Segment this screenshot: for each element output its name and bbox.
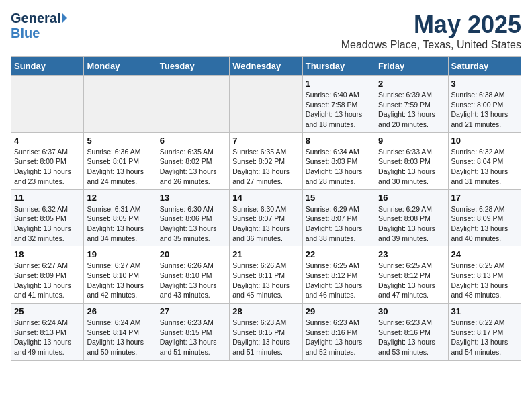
day-number: 15 (306, 193, 372, 203)
day-number: 17 (451, 193, 518, 203)
day-info: Sunrise: 6:29 AM Sunset: 8:07 PM Dayligh… (306, 204, 372, 244)
day-number: 13 (160, 193, 226, 203)
day-number: 18 (14, 249, 81, 259)
day-number: 22 (306, 249, 372, 259)
calendar-cell: 20Sunrise: 6:26 AM Sunset: 8:10 PM Dayli… (157, 246, 229, 304)
day-number: 1 (306, 79, 372, 89)
day-number: 6 (160, 136, 226, 146)
calendar-week-row: 4Sunrise: 6:37 AM Sunset: 8:00 PM Daylig… (11, 132, 521, 189)
calendar-cell: 12Sunrise: 6:31 AM Sunset: 8:05 PM Dayli… (84, 189, 157, 246)
logo-blue: Blue (11, 26, 40, 40)
day-info: Sunrise: 6:37 AM Sunset: 8:00 PM Dayligh… (14, 147, 81, 187)
location-subtitle: Meadows Place, Texas, United States (341, 39, 521, 51)
day-number: 21 (232, 249, 299, 259)
day-number: 31 (451, 306, 518, 316)
day-number: 2 (378, 79, 445, 89)
day-info: Sunrise: 6:32 AM Sunset: 8:04 PM Dayligh… (451, 147, 518, 187)
day-number: 7 (232, 136, 299, 146)
calendar-cell (84, 76, 157, 133)
day-number: 28 (232, 306, 299, 316)
calendar-cell: 18Sunrise: 6:27 AM Sunset: 8:09 PM Dayli… (11, 246, 84, 304)
day-info: Sunrise: 6:29 AM Sunset: 8:08 PM Dayligh… (378, 204, 445, 244)
calendar-cell: 10Sunrise: 6:32 AM Sunset: 8:04 PM Dayli… (448, 132, 521, 189)
day-header-thursday: Thursday (302, 57, 375, 76)
day-number: 30 (378, 306, 445, 316)
day-info: Sunrise: 6:28 AM Sunset: 8:09 PM Dayligh… (451, 204, 518, 244)
day-info: Sunrise: 6:26 AM Sunset: 8:11 PM Dayligh… (232, 261, 299, 300)
calendar-cell: 14Sunrise: 6:30 AM Sunset: 8:07 PM Dayli… (230, 189, 302, 246)
day-number: 3 (451, 79, 518, 89)
calendar-week-row: 11Sunrise: 6:32 AM Sunset: 8:05 PM Dayli… (11, 189, 521, 246)
day-number: 25 (14, 306, 81, 316)
calendar-cell: 6Sunrise: 6:35 AM Sunset: 8:02 PM Daylig… (157, 132, 229, 189)
day-info: Sunrise: 6:33 AM Sunset: 8:03 PM Dayligh… (378, 147, 445, 187)
day-number: 11 (14, 193, 81, 203)
day-info: Sunrise: 6:24 AM Sunset: 8:14 PM Dayligh… (87, 318, 153, 357)
day-header-monday: Monday (84, 57, 157, 76)
day-number: 24 (451, 249, 518, 259)
day-info: Sunrise: 6:23 AM Sunset: 8:15 PM Dayligh… (232, 318, 299, 357)
day-info: Sunrise: 6:25 AM Sunset: 8:12 PM Dayligh… (378, 261, 445, 300)
calendar-cell: 15Sunrise: 6:29 AM Sunset: 8:07 PM Dayli… (302, 189, 375, 246)
day-header-sunday: Sunday (11, 57, 84, 76)
day-info: Sunrise: 6:23 AM Sunset: 8:15 PM Dayligh… (160, 318, 226, 357)
day-info: Sunrise: 6:40 AM Sunset: 7:58 PM Dayligh… (306, 90, 372, 130)
calendar-body: 1Sunrise: 6:40 AM Sunset: 7:58 PM Daylig… (11, 76, 521, 361)
calendar-header-row: SundayMondayTuesdayWednesdayThursdayFrid… (11, 57, 521, 76)
day-number: 29 (306, 306, 372, 316)
calendar-cell: 11Sunrise: 6:32 AM Sunset: 8:05 PM Dayli… (11, 189, 84, 246)
calendar-cell: 24Sunrise: 6:25 AM Sunset: 8:13 PM Dayli… (448, 246, 521, 304)
day-number: 19 (87, 249, 153, 259)
title-area: May 2025 Meadows Place, Texas, United St… (341, 11, 521, 51)
day-info: Sunrise: 6:38 AM Sunset: 8:00 PM Dayligh… (451, 90, 518, 130)
day-info: Sunrise: 6:24 AM Sunset: 8:13 PM Dayligh… (14, 318, 81, 357)
day-info: Sunrise: 6:27 AM Sunset: 8:09 PM Dayligh… (14, 261, 81, 300)
day-info: Sunrise: 6:26 AM Sunset: 8:10 PM Dayligh… (160, 261, 226, 300)
day-number: 20 (160, 249, 226, 259)
logo-general: General (11, 11, 60, 26)
calendar-cell: 13Sunrise: 6:30 AM Sunset: 8:06 PM Dayli… (157, 189, 229, 246)
calendar-week-row: 25Sunrise: 6:24 AM Sunset: 8:13 PM Dayli… (11, 304, 521, 361)
day-info: Sunrise: 6:22 AM Sunset: 8:17 PM Dayligh… (451, 318, 518, 357)
day-info: Sunrise: 6:25 AM Sunset: 8:12 PM Dayligh… (306, 261, 372, 300)
day-number: 5 (87, 136, 153, 146)
day-header-tuesday: Tuesday (157, 57, 229, 76)
calendar-cell: 30Sunrise: 6:23 AM Sunset: 8:16 PM Dayli… (375, 304, 448, 361)
calendar-cell: 4Sunrise: 6:37 AM Sunset: 8:00 PM Daylig… (11, 132, 84, 189)
calendar-cell: 27Sunrise: 6:23 AM Sunset: 8:15 PM Dayli… (157, 304, 229, 361)
calendar-cell: 16Sunrise: 6:29 AM Sunset: 8:08 PM Dayli… (375, 189, 448, 246)
day-number: 9 (378, 136, 445, 146)
calendar-cell: 3Sunrise: 6:38 AM Sunset: 8:00 PM Daylig… (448, 76, 521, 133)
day-number: 16 (378, 193, 445, 203)
day-header-wednesday: Wednesday (230, 57, 302, 76)
day-info: Sunrise: 6:25 AM Sunset: 8:13 PM Dayligh… (451, 261, 518, 300)
calendar-header: SundayMondayTuesdayWednesdayThursdayFrid… (11, 57, 521, 76)
calendar-cell: 1Sunrise: 6:40 AM Sunset: 7:58 PM Daylig… (302, 76, 375, 133)
day-number: 14 (232, 193, 299, 203)
calendar-cell: 26Sunrise: 6:24 AM Sunset: 8:14 PM Dayli… (84, 304, 157, 361)
day-header-saturday: Saturday (448, 57, 521, 76)
calendar-cell: 19Sunrise: 6:27 AM Sunset: 8:10 PM Dayli… (84, 246, 157, 304)
calendar-cell: 23Sunrise: 6:25 AM Sunset: 8:12 PM Dayli… (375, 246, 448, 304)
calendar-cell: 5Sunrise: 6:36 AM Sunset: 8:01 PM Daylig… (84, 132, 157, 189)
day-number: 26 (87, 306, 153, 316)
day-info: Sunrise: 6:23 AM Sunset: 8:16 PM Dayligh… (378, 318, 445, 357)
day-info: Sunrise: 6:30 AM Sunset: 8:07 PM Dayligh… (232, 204, 299, 244)
calendar-cell (11, 76, 84, 133)
calendar-cell: 21Sunrise: 6:26 AM Sunset: 8:11 PM Dayli… (230, 246, 302, 304)
calendar-cell: 17Sunrise: 6:28 AM Sunset: 8:09 PM Dayli… (448, 189, 521, 246)
day-info: Sunrise: 6:36 AM Sunset: 8:01 PM Dayligh… (87, 147, 153, 187)
day-number: 27 (160, 306, 226, 316)
calendar-cell: 28Sunrise: 6:23 AM Sunset: 8:15 PM Dayli… (230, 304, 302, 361)
page-header: General Blue May 2025 Meadows Place, Tex… (11, 11, 521, 51)
calendar-cell: 25Sunrise: 6:24 AM Sunset: 8:13 PM Dayli… (11, 304, 84, 361)
day-number: 4 (14, 136, 81, 146)
calendar-cell: 29Sunrise: 6:23 AM Sunset: 8:16 PM Dayli… (302, 304, 375, 361)
calendar-cell: 22Sunrise: 6:25 AM Sunset: 8:12 PM Dayli… (302, 246, 375, 304)
calendar-week-row: 18Sunrise: 6:27 AM Sunset: 8:09 PM Dayli… (11, 246, 521, 304)
day-info: Sunrise: 6:35 AM Sunset: 8:02 PM Dayligh… (160, 147, 226, 187)
day-number: 8 (306, 136, 372, 146)
logo: General Blue (11, 11, 67, 40)
day-number: 12 (87, 193, 153, 203)
calendar-cell: 8Sunrise: 6:34 AM Sunset: 8:03 PM Daylig… (302, 132, 375, 189)
